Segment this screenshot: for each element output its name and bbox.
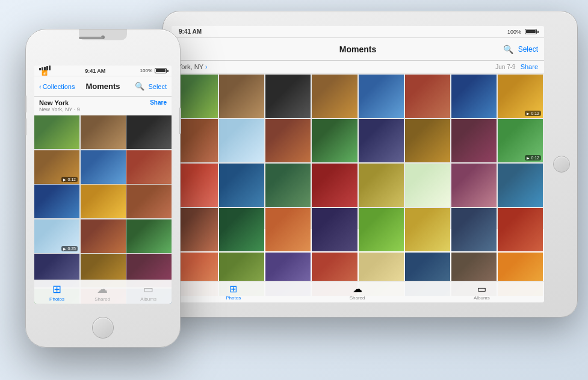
iphone-search-icon[interactable]: 🔍 xyxy=(135,82,144,91)
iphone-photo-cell[interactable] xyxy=(81,219,126,253)
iphone-vol-down-button[interactable] xyxy=(25,118,26,135)
iphone-photos-icon: ⊞ xyxy=(52,283,61,296)
ipad-photo-cell[interactable] xyxy=(219,119,264,162)
iphone-photo-cell[interactable] xyxy=(126,185,172,218)
iphone-share-button[interactable]: Share xyxy=(150,99,167,106)
iphone-section-header: New York Share New York, NY · 9 xyxy=(34,97,172,115)
ipad-photo-cell[interactable] xyxy=(219,164,264,207)
iphone-photo-cell[interactable] xyxy=(126,219,172,253)
iphone-photo-cell[interactable] xyxy=(34,115,79,149)
ipad-photo-cell[interactable] xyxy=(451,75,497,118)
iphone-photo-cell[interactable] xyxy=(126,115,172,149)
video-duration-badge: 0:12 xyxy=(525,155,541,161)
ipad-photo-cell[interactable] xyxy=(498,164,543,207)
ipad-photo-cell[interactable] xyxy=(265,208,311,251)
signal-bar-4 xyxy=(46,66,48,70)
ipad-photo-grid: 0:120:12 xyxy=(172,73,544,229)
iphone-battery-pct: 100% xyxy=(140,68,152,73)
iphone-status-bar: 📶 9:41 AM 100% xyxy=(34,66,172,76)
iphone-photo-cell[interactable] xyxy=(81,150,126,184)
ipad-photo-cell[interactable] xyxy=(312,208,357,251)
iphone-photos-label: Photos xyxy=(49,296,64,302)
ipad-photo-cell[interactable] xyxy=(219,75,264,118)
ipad-photo-cell[interactable] xyxy=(405,75,450,118)
iphone-title: Moments xyxy=(85,82,120,91)
iphone-vol-up-button[interactable] xyxy=(25,96,26,112)
ipad-photo-cell[interactable] xyxy=(359,208,404,251)
ipad-photo-cell[interactable] xyxy=(451,119,497,162)
ipad-photo-cell[interactable] xyxy=(219,208,264,251)
ipad-tabbar: ⊞ Photos ☁ Shared ▭ Albums xyxy=(172,281,544,302)
iphone-tab-photos[interactable]: ⊞ Photos xyxy=(49,283,64,302)
ipad-photo-cell[interactable] xyxy=(312,119,357,162)
ipad-photo-cell[interactable] xyxy=(405,164,450,207)
ipad-search-icon[interactable]: 🔍 xyxy=(503,44,513,54)
ipad-photo-cell[interactable] xyxy=(405,119,450,162)
iphone-tab-albums[interactable]: ▭ Albums xyxy=(140,283,156,302)
ipad-tab-photos[interactable]: ⊞ Photos xyxy=(226,283,241,301)
ipad-photo-cell[interactable] xyxy=(312,75,357,118)
signal-bar-1 xyxy=(39,68,41,70)
iphone-tabbar: ⊞ Photos ☁ Shared ▭ Albums xyxy=(34,280,172,304)
iphone-device: 📶 9:41 AM 100% ‹ Collections Moments 🔍 S… xyxy=(25,29,181,348)
iphone-select-button[interactable]: Select xyxy=(148,83,167,90)
iphone-navbar: ‹ Collections Moments 🔍 Select xyxy=(34,76,172,97)
signal-bar-5 xyxy=(49,66,51,70)
iphone-photo-cell[interactable]: 0:12 xyxy=(34,150,79,184)
iphone-home-button[interactable] xyxy=(92,317,114,339)
iphone-speaker xyxy=(79,37,103,39)
ipad-shared-icon: ☁ xyxy=(353,283,362,295)
iphone-time: 9:41 AM xyxy=(85,68,105,74)
ipad-select-button[interactable]: Select xyxy=(518,45,538,54)
iphone-battery-icon xyxy=(155,68,167,73)
ipad-photo-cell[interactable] xyxy=(265,75,311,118)
iphone-location-text: New York xyxy=(39,99,69,106)
ipad-time: 9:41 AM xyxy=(179,28,202,35)
ipad-photo-cell[interactable] xyxy=(359,164,404,207)
ipad-location-chevron: › xyxy=(205,64,207,70)
ipad-photo-cell[interactable] xyxy=(451,208,497,251)
iphone-photo-cell[interactable] xyxy=(34,185,79,218)
iphone-back-button[interactable]: ‹ Collections xyxy=(39,83,75,90)
ipad-photo-cell[interactable]: 0:12 xyxy=(498,119,543,162)
ipad-navbar: Moments 🔍 Select xyxy=(172,38,544,61)
ipad-photos-icon: ⊞ xyxy=(229,283,237,295)
iphone-status-right: 100% xyxy=(140,68,167,73)
ipad-photo-cell[interactable] xyxy=(498,208,543,251)
ipad-date: Jun 7-9 xyxy=(495,64,515,70)
ipad-share-button[interactable]: Share xyxy=(521,63,538,70)
ipad-photo-cell[interactable] xyxy=(265,119,311,162)
ipad-tab-albums[interactable]: ▭ Albums xyxy=(474,283,490,301)
ipad-status-bar: 9:41 AM 100% xyxy=(172,26,544,38)
ipad-photo-cell[interactable] xyxy=(265,164,311,207)
iphone-photo-cell[interactable] xyxy=(81,115,126,149)
iphone-tab-shared[interactable]: ☁ Shared xyxy=(94,283,110,302)
ipad-device: 9:41 AM 100% Moments 🔍 Select York, NY › xyxy=(162,11,578,317)
iphone-sleep-button[interactable] xyxy=(179,108,181,134)
iphone-photo-cell[interactable] xyxy=(81,185,126,218)
ipad-photo-cell[interactable] xyxy=(359,119,404,162)
ipad-location[interactable]: York, NY › xyxy=(178,63,207,70)
iphone-photo-grid: 0:120:25 xyxy=(34,115,172,304)
video-duration-badge: 0:12 xyxy=(61,177,78,182)
video-duration-badge: 0:25 xyxy=(61,246,78,251)
iphone-shared-label: Shared xyxy=(94,296,110,302)
ipad-photo-grid-wrapper: 0:120:12 xyxy=(172,73,544,302)
iphone-albums-label: Albums xyxy=(140,296,156,302)
ipad-home-button[interactable] xyxy=(553,156,570,173)
ipad-photo-cell[interactable] xyxy=(312,164,357,207)
iphone-screen: 📶 9:41 AM 100% ‹ Collections Moments 🔍 S… xyxy=(34,66,172,304)
iphone-photo-cell[interactable] xyxy=(126,150,172,184)
iphone-photo-cell[interactable]: 0:25 xyxy=(34,219,79,253)
ipad-photo-cell[interactable]: 0:12 xyxy=(498,75,543,118)
ipad-photos-label: Photos xyxy=(226,295,241,301)
iphone-signal: 📶 xyxy=(39,66,51,76)
ipad-shared-label: Shared xyxy=(350,295,365,301)
ipad-photo-cell[interactable] xyxy=(451,164,497,207)
ipad-tab-shared[interactable]: ☁ Shared xyxy=(350,283,365,301)
ipad-photo-cell[interactable] xyxy=(405,208,450,251)
iphone-wifi: 📶 xyxy=(42,70,48,76)
ipad-photo-cell[interactable] xyxy=(359,75,404,118)
ipad-screen: 9:41 AM 100% Moments 🔍 Select York, NY › xyxy=(172,26,544,302)
iphone-back-label: Collections xyxy=(43,83,75,90)
